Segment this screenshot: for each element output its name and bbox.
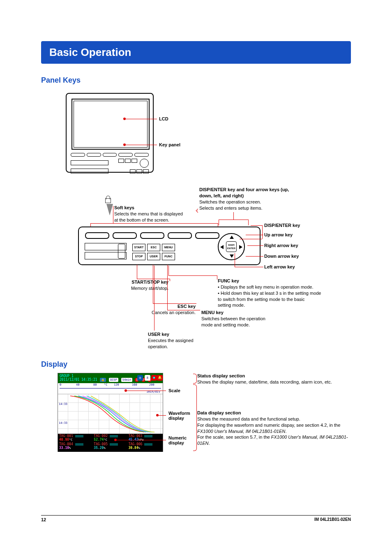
start-key[interactable]: START [132, 244, 145, 251]
softkeys-callout: Soft keys Selects the menu that is displ… [114, 205, 209, 223]
user-key[interactable]: USER [147, 253, 160, 260]
alarm-bell-icon: 🔔 [157, 375, 163, 381]
down-arrow-label: Down arrow key [264, 254, 299, 259]
data-brace [193, 384, 197, 451]
key-panel-enlarged: START ESC MENU STOP USER FUNC DISP/ENTER [78, 227, 261, 265]
data-desc: Data display section Shows the measured … [197, 410, 353, 446]
scale-label: Scale [168, 388, 180, 393]
user-callout: USER key Executes the assigned operation… [148, 331, 218, 350]
lock-icon: 🔒 [100, 378, 106, 382]
time-badge: 54min [121, 378, 132, 382]
hinge-icon [104, 196, 112, 203]
menu-callout: MENU key Switches between the operation … [201, 310, 284, 328]
disp-badge: DISP [109, 378, 118, 382]
start-stop-callout: START/STOP key Memory start/stop. [107, 279, 168, 291]
record-icon: ● [151, 375, 157, 381]
left-arrow-key[interactable] [220, 245, 224, 249]
channel-readout: TAG-005 35.20% [94, 443, 127, 451]
key-panel-area [71, 151, 149, 171]
channel-readout: TAG-003 45.43kPa [129, 435, 161, 443]
panel-keys-diagram: LCD Key panel Soft keys Selects the menu… [41, 89, 351, 360]
channel-readout: TAG-004 33.10% [59, 443, 92, 451]
status-brace [193, 374, 197, 384]
display-diagram: GROUP 1 2011/12/01 14:35:21 🔒 DISP 54min… [41, 373, 351, 463]
func-key[interactable]: FUNC [162, 253, 175, 260]
target-icon: ◎ [137, 375, 143, 381]
up-arrow-key[interactable] [230, 236, 234, 239]
up-arrow-label: Up arrow key [264, 232, 293, 237]
channel-readout: TAG-002 52.74°C [94, 435, 127, 443]
waveform-area: 14:33 14:33 [58, 394, 163, 434]
right-arrow-label: Right arrow key [264, 243, 298, 248]
menu-key[interactable]: MENU [162, 244, 175, 251]
key-panel-label: Key panel [159, 142, 180, 147]
device-outline [66, 93, 154, 173]
scale-area: 0 40 80 °C 120 160 200 1min/div [58, 383, 163, 394]
lcd-label: LCD [159, 116, 168, 121]
down-arrow-key[interactable] [230, 254, 234, 258]
channel-readout: TAG-006 36.84% [129, 443, 161, 451]
esc-callout: ESC key Cancels an operation. [138, 303, 196, 316]
disp-enter-label: DISP/ENTER key [264, 223, 300, 228]
dpad-group-callout: DISP/ENTER key and four arrow keys (up, … [199, 187, 294, 211]
esc-key[interactable]: ESC [147, 244, 160, 251]
plus-icon: ± [145, 375, 150, 381]
section-display: Display [41, 360, 351, 369]
soft-keys-row [85, 232, 219, 239]
document-id: IM 04L21B01-02EN [314, 517, 351, 522]
expand-arrow-icon [106, 204, 113, 215]
channel-readout: TAG-001 40.98°C [59, 435, 92, 443]
section-panel-keys: Panel Keys [41, 76, 351, 85]
status-desc: Status display section Shows the display… [197, 373, 353, 385]
numeric-area: TAG-001 40.98°CTAG-002 52.74°CTAG-003 45… [58, 434, 163, 452]
chapter-title: Basic Operation [41, 41, 351, 64]
func-callout: FUNC key • Displays the soft key menu in… [218, 278, 341, 308]
right-arrow-key[interactable] [239, 245, 242, 249]
page-footer: 12 IM 04L21B01-02EN [41, 515, 351, 522]
disp-enter-key[interactable]: DISP/ENTER [226, 241, 237, 252]
lcd-screen [71, 99, 150, 150]
dpad[interactable]: DISP/ENTER [218, 233, 245, 260]
status-bar: GROUP 1 2011/12/01 14:35:21 🔒 DISP 54min… [58, 373, 163, 383]
left-arrow-label: Left arrow key [264, 264, 295, 269]
page-number: 12 [41, 517, 46, 522]
stop-key[interactable]: STOP [132, 253, 145, 260]
